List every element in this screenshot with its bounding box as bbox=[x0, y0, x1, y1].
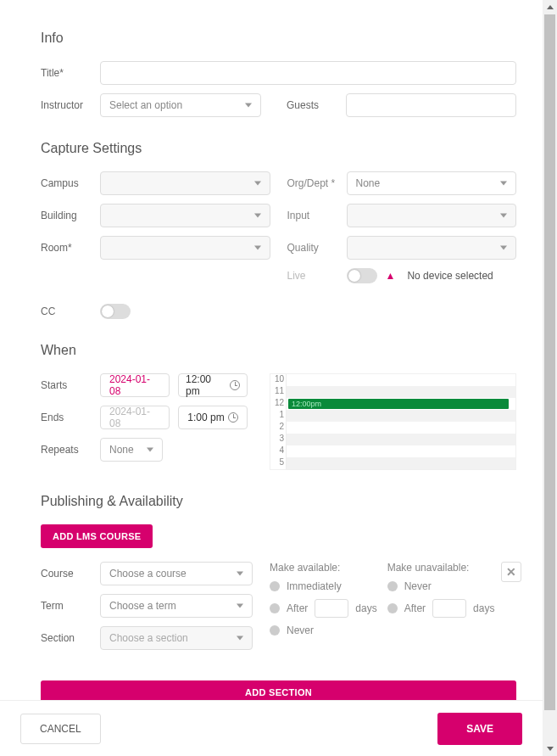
add-section-button[interactable]: ADD SECTION bbox=[41, 680, 516, 700]
radio-icon bbox=[387, 603, 398, 613]
end-date-input[interactable]: 2024-01-08 bbox=[100, 406, 170, 429]
radio-icon bbox=[387, 581, 398, 591]
chevron-down-icon bbox=[254, 182, 261, 186]
footer: CANCEL SAVE bbox=[0, 700, 543, 756]
instructor-select[interactable]: Select an option bbox=[100, 93, 261, 117]
scrollbar-thumb[interactable] bbox=[544, 14, 555, 710]
input-select[interactable] bbox=[347, 204, 517, 227]
unavailable-after-days-input[interactable] bbox=[432, 599, 466, 618]
campus-label: Campus bbox=[41, 177, 92, 189]
guests-label: Guests bbox=[287, 99, 337, 111]
clock-icon bbox=[228, 412, 238, 423]
course-select[interactable]: Choose a course bbox=[100, 562, 253, 585]
available-after-option[interactable]: After days bbox=[270, 599, 377, 618]
room-label: Room* bbox=[41, 242, 92, 254]
radio-icon bbox=[270, 581, 280, 591]
chevron-down-icon bbox=[237, 636, 243, 641]
instructor-label: Instructor bbox=[41, 99, 92, 111]
info-heading: Info bbox=[41, 31, 516, 46]
clock-icon bbox=[230, 380, 240, 390]
tl-hour: 4 bbox=[270, 445, 286, 457]
room-select[interactable] bbox=[100, 236, 270, 260]
tl-hour: 2 bbox=[270, 422, 286, 434]
chevron-down-icon bbox=[254, 246, 261, 250]
ends-label: Ends bbox=[41, 412, 92, 423]
tl-hour: 11 bbox=[270, 386, 286, 398]
timeline: 10 11 1212:00pm 1 2 3 4 5 bbox=[270, 373, 516, 470]
available-immediately-option[interactable]: Immediately bbox=[270, 580, 377, 592]
warning-icon: ▲ bbox=[386, 270, 396, 282]
cancel-button[interactable]: CANCEL bbox=[20, 714, 101, 744]
radio-icon bbox=[270, 625, 280, 636]
section-select[interactable]: Choose a section bbox=[100, 626, 253, 650]
chevron-down-icon bbox=[500, 214, 507, 218]
unavailable-after-option[interactable]: After days bbox=[387, 599, 495, 618]
course-label: Course bbox=[41, 568, 92, 580]
end-time-input[interactable]: 1:00 pm bbox=[178, 406, 248, 429]
quality-label: Quality bbox=[287, 242, 338, 254]
scroll-up-button[interactable] bbox=[543, 0, 557, 14]
remove-section-button[interactable]: ✕ bbox=[501, 562, 521, 582]
orgdept-select[interactable]: None bbox=[347, 171, 517, 195]
cc-label: CC bbox=[41, 305, 92, 317]
save-button[interactable]: SAVE bbox=[437, 713, 522, 745]
available-after-days-input[interactable] bbox=[315, 599, 348, 618]
orgdept-label: Org/Dept * bbox=[287, 177, 338, 189]
tl-hour: 10 bbox=[270, 374, 286, 386]
live-warning: No device selected bbox=[407, 270, 493, 282]
scroll-down-button[interactable] bbox=[543, 742, 557, 756]
building-label: Building bbox=[41, 210, 92, 221]
quality-select[interactable] bbox=[347, 236, 517, 260]
cc-toggle[interactable] bbox=[100, 304, 131, 319]
instructor-select-value: Select an option bbox=[109, 99, 182, 111]
chevron-down-icon bbox=[147, 448, 153, 452]
chevron-down-icon bbox=[500, 182, 507, 186]
scrollbar-track[interactable] bbox=[543, 0, 557, 756]
start-time-input[interactable]: 12:00 pm bbox=[178, 373, 248, 397]
tl-hour: 1 bbox=[270, 410, 286, 422]
add-lms-course-button[interactable]: ADD LMS COURSE bbox=[41, 524, 153, 548]
chevron-down-icon bbox=[500, 246, 507, 250]
chevron-down-icon bbox=[237, 572, 243, 576]
live-label: Live bbox=[287, 270, 338, 282]
repeats-select[interactable]: None bbox=[100, 438, 163, 462]
publishing-heading: Publishing & Availability bbox=[41, 494, 516, 509]
radio-icon bbox=[270, 603, 280, 613]
make-available-label: Make available: bbox=[270, 562, 377, 574]
chevron-down-icon bbox=[245, 104, 252, 108]
starts-label: Starts bbox=[41, 379, 92, 391]
campus-select[interactable] bbox=[100, 171, 270, 195]
input-label: Input bbox=[287, 210, 338, 221]
chevron-down-icon bbox=[237, 604, 243, 608]
tl-hour: 5 bbox=[270, 457, 286, 469]
guests-input[interactable] bbox=[346, 93, 516, 117]
available-never-option[interactable]: Never bbox=[270, 624, 377, 636]
start-date-input[interactable]: 2024-01-08 bbox=[100, 373, 170, 397]
chevron-down-icon bbox=[254, 214, 261, 218]
orgdept-value: None bbox=[356, 177, 381, 189]
title-label: Title* bbox=[41, 67, 92, 79]
when-heading: When bbox=[41, 343, 516, 358]
term-label: Term bbox=[41, 600, 92, 612]
term-select[interactable]: Choose a term bbox=[100, 594, 253, 618]
tl-hour: 12 bbox=[270, 398, 286, 410]
make-unavailable-label: Make unavailable: bbox=[387, 562, 495, 574]
section-label: Section bbox=[41, 632, 92, 644]
repeats-label: Repeats bbox=[41, 444, 92, 456]
title-input[interactable] bbox=[100, 61, 516, 85]
building-select[interactable] bbox=[100, 204, 270, 227]
timeline-event[interactable]: 12:00pm bbox=[288, 399, 509, 409]
capture-heading: Capture Settings bbox=[41, 141, 516, 156]
repeats-value: None bbox=[109, 444, 134, 456]
unavailable-never-option[interactable]: Never bbox=[387, 580, 495, 592]
live-toggle[interactable] bbox=[347, 268, 377, 283]
tl-hour: 3 bbox=[270, 434, 286, 445]
